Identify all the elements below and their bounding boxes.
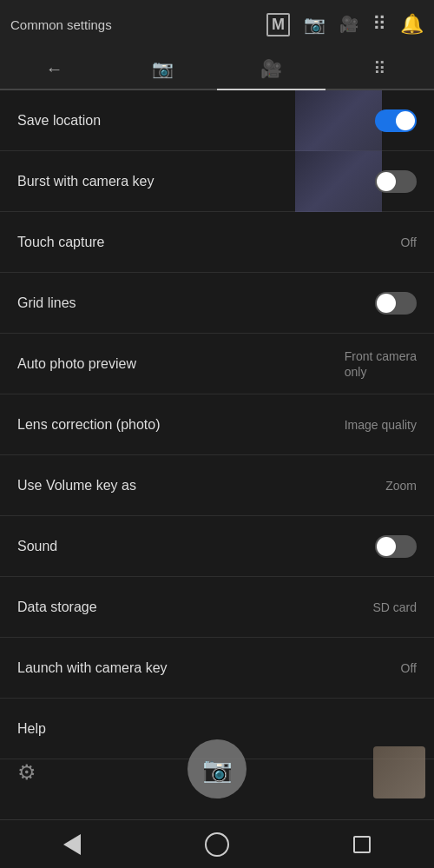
camera-plus-icon[interactable]: 📷 xyxy=(304,14,326,35)
setting-value-auto-photo-preview: Front camera only xyxy=(345,349,417,379)
thumbnail-overlay-save-location xyxy=(295,90,382,151)
header: Common settings M 📷 🎥 ⠿ 🔔 xyxy=(0,0,434,49)
setting-control-auto-photo-preview[interactable]: Front camera only xyxy=(345,348,417,380)
camera-fab-icon: 📷 xyxy=(202,755,233,784)
tab-dots-icon: ⠿ xyxy=(373,58,386,79)
tab-video[interactable]: 🎥 xyxy=(217,49,326,89)
setting-row-grid-lines[interactable]: Grid lines xyxy=(0,273,434,334)
setting-value-touch-capture: Off xyxy=(401,235,417,249)
thumbnail-overlay-burst-camera-key xyxy=(295,151,382,212)
setting-label-data-storage: Data storage xyxy=(17,600,97,615)
home-icon xyxy=(205,832,229,857)
setting-row-save-location[interactable]: Save location xyxy=(0,90,434,151)
toggle-grid-lines[interactable] xyxy=(375,292,417,315)
setting-value-launch-camera-key: Off xyxy=(401,661,417,675)
camera-fab[interactable]: 📷 xyxy=(187,739,247,798)
setting-value-use-volume-key: Zoom xyxy=(385,479,417,493)
setting-label-save-location: Save location xyxy=(17,113,101,129)
bottom-nav xyxy=(0,819,434,868)
setting-control-burst-camera-key[interactable] xyxy=(375,170,417,193)
toggle-knob-sound xyxy=(377,537,396,556)
setting-label-launch-camera-key: Launch with camera key xyxy=(17,660,168,676)
tab-photo-icon: 📷 xyxy=(152,58,174,79)
toggle-burst-camera-key[interactable] xyxy=(375,170,417,193)
video-camera-icon[interactable]: 🎥 xyxy=(339,15,358,34)
setting-control-use-volume-key[interactable]: Zoom xyxy=(385,478,417,494)
toggle-knob-grid-lines xyxy=(377,294,396,313)
setting-label-grid-lines: Grid lines xyxy=(17,295,76,311)
setting-label-auto-photo-preview: Auto photo preview xyxy=(17,356,136,372)
setting-value-data-storage: SD card xyxy=(372,600,417,614)
header-icons: M 📷 🎥 ⠿ 🔔 xyxy=(266,13,424,36)
setting-label-use-volume-key: Use Volume key as xyxy=(17,478,136,494)
setting-label-sound: Sound xyxy=(17,539,57,554)
setting-control-lens-correction[interactable]: Image quality xyxy=(345,417,417,433)
setting-row-sound[interactable]: Sound xyxy=(0,516,434,577)
setting-row-touch-capture[interactable]: Touch captureOff xyxy=(0,212,434,273)
setting-value-lens-correction: Image quality xyxy=(345,418,417,432)
setting-row-lens-correction[interactable]: Lens correction (photo)Image quality xyxy=(0,394,434,455)
tab-dots[interactable]: ⠿ xyxy=(326,49,434,89)
setting-control-data-storage[interactable]: SD card xyxy=(372,600,417,615)
thumbnail-bottom-right xyxy=(373,746,425,798)
setting-row-use-volume-key[interactable]: Use Volume key asZoom xyxy=(0,455,434,516)
nav-recents-button[interactable] xyxy=(345,827,379,862)
nav-home-button[interactable] xyxy=(200,827,234,862)
tab-back[interactable]: ← xyxy=(0,49,108,89)
setting-row-launch-camera-key[interactable]: Launch with camera keyOff xyxy=(0,638,434,699)
dots-grid-icon[interactable]: ⠿ xyxy=(372,13,386,36)
settings-gear-small[interactable]: ⚙ xyxy=(17,760,36,785)
m-badge-icon[interactable]: M xyxy=(266,13,290,36)
setting-control-launch-camera-key[interactable]: Off xyxy=(401,660,417,676)
setting-row-data-storage[interactable]: Data storageSD card xyxy=(0,577,434,638)
header-title: Common settings xyxy=(10,17,266,32)
settings-list: Save locationBurst with camera keyTouch … xyxy=(0,90,434,819)
back-icon xyxy=(63,834,81,855)
nav-back-button[interactable] xyxy=(55,827,89,862)
setting-row-burst-camera-key[interactable]: Burst with camera key xyxy=(0,151,434,212)
notification-camera-icon[interactable]: 🔔 xyxy=(400,13,424,36)
setting-control-touch-capture[interactable]: Off xyxy=(401,235,417,250)
toggle-save-location[interactable] xyxy=(375,109,417,132)
recents-icon xyxy=(353,836,371,853)
toggle-sound[interactable] xyxy=(375,535,417,558)
setting-row-auto-photo-preview[interactable]: Auto photo previewFront camera only xyxy=(0,334,434,394)
setting-control-grid-lines[interactable] xyxy=(375,292,417,315)
setting-control-save-location[interactable] xyxy=(375,109,417,132)
setting-label-lens-correction: Lens correction (photo) xyxy=(17,417,161,433)
tab-back-icon: ← xyxy=(46,59,63,79)
toggle-knob-burst-camera-key xyxy=(377,172,396,191)
tab-video-icon: 🎥 xyxy=(260,58,282,79)
setting-label-help: Help xyxy=(17,721,46,737)
toggle-knob-save-location xyxy=(396,111,415,130)
setting-label-touch-capture: Touch capture xyxy=(17,235,105,250)
setting-label-burst-camera-key: Burst with camera key xyxy=(17,174,154,189)
setting-control-sound[interactable] xyxy=(375,535,417,558)
tab-photo[interactable]: 📷 xyxy=(108,49,217,89)
tab-bar: ← 📷 🎥 ⠿ xyxy=(0,49,434,90)
